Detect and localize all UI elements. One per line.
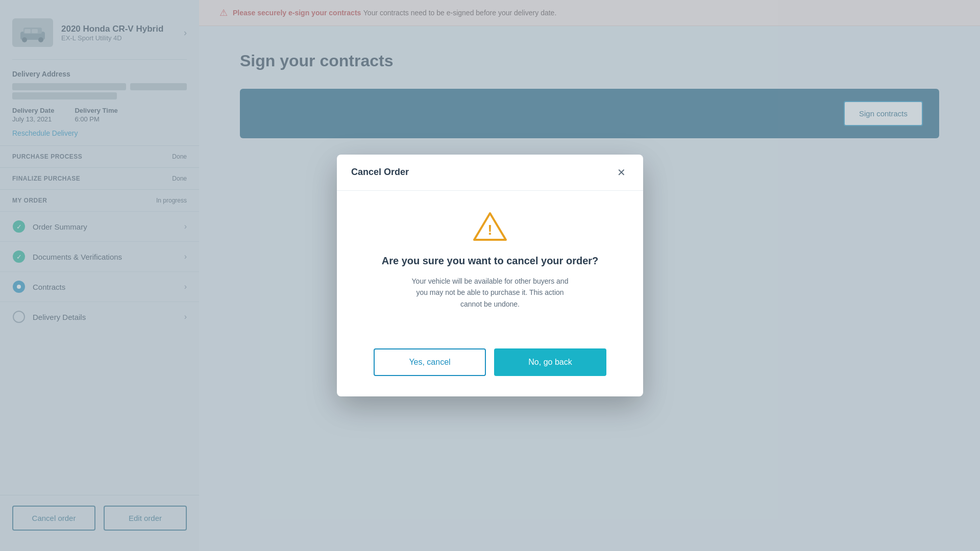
warning-icon-wrap: ! bbox=[368, 211, 612, 242]
modal-title: Cancel Order bbox=[351, 167, 409, 178]
modal-body: ! Are you sure you want to cancel your o… bbox=[337, 191, 643, 348]
modal-header: Cancel Order ✕ bbox=[337, 155, 643, 191]
modal-question: Are you sure you want to cancel your ord… bbox=[368, 254, 612, 267]
modal-overlay: Cancel Order ✕ ! Are you sure you want t… bbox=[0, 0, 980, 551]
modal-actions: Yes, cancel No, go back bbox=[337, 348, 643, 396]
modal-description: Your vehicle will be available for other… bbox=[368, 276, 612, 310]
svg-text:!: ! bbox=[487, 222, 492, 238]
yes-cancel-button[interactable]: Yes, cancel bbox=[374, 348, 486, 376]
cancel-order-modal: Cancel Order ✕ ! Are you sure you want t… bbox=[337, 155, 643, 396]
modal-close-button[interactable]: ✕ bbox=[614, 165, 629, 180]
warning-triangle-icon: ! bbox=[472, 211, 508, 242]
no-go-back-button[interactable]: No, go back bbox=[494, 348, 606, 376]
